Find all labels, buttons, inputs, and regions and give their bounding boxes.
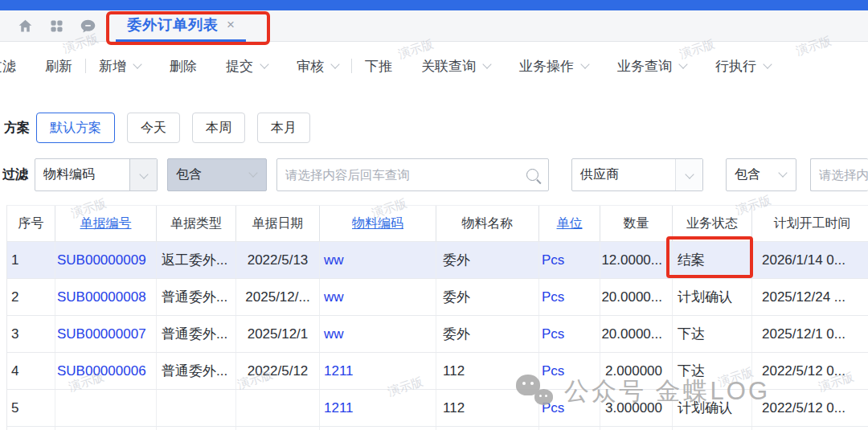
column-header-label: 单据编号 [80, 215, 132, 232]
column-header-单位[interactable]: 单位 [539, 206, 600, 241]
toolbar-button-刷新[interactable]: 刷新 [45, 57, 72, 76]
cell-link[interactable]: Pcs [542, 363, 564, 379]
column-header-序号[interactable]: 序号 [7, 206, 55, 241]
table-cell [539, 427, 600, 430]
cell-link[interactable]: ww [324, 326, 344, 342]
toolbar-button-关联查询[interactable]: 关联查询 [421, 57, 490, 76]
cell-link[interactable]: Pcs [542, 252, 564, 268]
table-cell[interactable]: 1211 [320, 390, 436, 426]
toolbar-button-label: 关联查询 [421, 57, 476, 76]
table-cell[interactable]: ww [320, 242, 436, 278]
cell-text: 计划确认 [678, 288, 732, 306]
filter-field-select-1[interactable]: 物料编码 [35, 158, 158, 191]
filter-input-2-field[interactable] [811, 168, 868, 182]
cell-link[interactable]: 1211 [324, 363, 354, 379]
table-row[interactable]: 51211112Pcs3.000000计划确认2022/5/12 0... [7, 390, 868, 427]
cell-text: 5 [11, 400, 18, 416]
cell-text: 3 [11, 326, 18, 342]
top-blue-bar [0, 0, 868, 10]
table-cell[interactable]: Pcs [539, 279, 600, 315]
toolbar-button-业务查询[interactable]: 业务查询 [617, 57, 686, 76]
apps-grid-icon[interactable] [47, 17, 65, 35]
toolbar-button-提交[interactable]: 提交 [226, 57, 268, 76]
toolbar-button-审核[interactable]: 审核 [297, 57, 338, 76]
column-header-单据编号[interactable]: 单据编号 [55, 206, 157, 241]
chevron-down-icon [133, 59, 141, 68]
cell-link[interactable]: ww [324, 289, 344, 305]
table-row[interactable]: 1SUB00000009返工委外...2022/5/13ww委外Pcs12.00… [7, 242, 868, 279]
filter-label: 过滤 [2, 166, 28, 183]
cell-link[interactable]: SUB00000007 [57, 326, 146, 342]
column-header-单据类型[interactable]: 单据类型 [157, 206, 236, 241]
table-cell[interactable]: Pcs [539, 242, 600, 278]
toolbar-button-过滤[interactable]: 过滤 [0, 57, 16, 76]
column-header-单据日期[interactable]: 单据日期 [236, 206, 320, 241]
filter-input-2[interactable] [810, 158, 868, 191]
scheme-button-默认方案[interactable]: 默认方案 [36, 113, 115, 143]
toolbar-button-下推[interactable]: 下推 [365, 57, 392, 76]
cell-link[interactable]: SUB00000008 [57, 289, 146, 305]
table-cell[interactable]: Pcs [539, 390, 600, 426]
filter-field-1-value: 物料编码 [35, 166, 129, 183]
toolbar-button-label: 下推 [365, 57, 392, 76]
column-header-业务状态[interactable]: 业务状态 [673, 206, 752, 241]
cell-link[interactable]: Pcs [542, 400, 564, 416]
column-header-物料名称[interactable]: 物料名称 [436, 206, 539, 241]
toolbar-separator [351, 59, 352, 73]
column-header-label: 物料编码 [352, 215, 403, 232]
table-cell[interactable]: 1211 [320, 353, 436, 389]
column-header-label: 业务状态 [686, 215, 738, 232]
table-cell[interactable]: SUB00000007 [55, 316, 157, 352]
table-cell[interactable]: SUB00000008 [55, 279, 157, 315]
filter-operator-select-2[interactable]: 包含 [726, 158, 796, 191]
table-cell: 2026/1/14 0... [752, 242, 868, 278]
column-header-label: 计划开工时间 [774, 215, 851, 232]
scheme-button-本周[interactable]: 本周 [192, 113, 245, 143]
cell-text: 2 [11, 289, 18, 305]
table-cell[interactable]: SUB00000006 [55, 353, 157, 389]
table-row[interactable]: 3SUB00000007普通委外...2025/12/1ww委外Pcs20.00… [7, 316, 868, 353]
table-cell: 2025/12/1 [236, 316, 320, 352]
cell-text: 委外 [443, 288, 470, 306]
toolbar-button-删除[interactable]: 删除 [170, 57, 197, 76]
cell-link[interactable]: Pcs [542, 289, 564, 305]
cell-text: 下达 [678, 362, 705, 380]
filter-operator-select-1[interactable]: 包含 [167, 158, 267, 191]
home-icon[interactable] [16, 17, 34, 35]
cell-link[interactable]: Pcs [542, 326, 564, 342]
scheme-button-本月[interactable]: 本月 [257, 113, 310, 143]
chevron-down-icon [260, 59, 268, 68]
table-cell[interactable]: Pcs [539, 316, 600, 352]
toolbar-button-新增[interactable]: 新增 [99, 57, 141, 76]
scheme-button-今天[interactable]: 今天 [127, 113, 180, 143]
table-cell[interactable]: ww [320, 279, 436, 315]
search-input[interactable] [277, 168, 526, 182]
cell-text: 2022/5/12 0... [762, 400, 845, 416]
cell-link[interactable]: ww [324, 252, 344, 268]
table-cell: 2025/12/... [236, 279, 320, 315]
filter-field-2-value: 供应商 [572, 166, 675, 183]
cell-link[interactable]: SUB00000009 [57, 252, 146, 268]
toolbar-button-行执行[interactable]: 行执行 [715, 57, 771, 76]
table-row[interactable]: 2SUB00000008普通委外...2025/12/...ww委外Pcs20.… [7, 279, 868, 316]
column-header-物料编码[interactable]: 物料编码 [320, 206, 436, 241]
toolbar-button-业务操作[interactable]: 业务操作 [519, 57, 588, 76]
tab-outsourcing-order-list[interactable]: 委外订单列表 × [116, 10, 246, 42]
table-header-row: 序号单据编号单据类型单据日期物料编码物料名称单位数量业务状态计划开工时间 [7, 206, 868, 242]
tab-bar: 委外订单列表 × [0, 10, 868, 42]
tab-close-icon[interactable]: × [227, 18, 235, 31]
table-cell: 2022/5/12 0... [752, 353, 868, 389]
filter-search-box-1[interactable] [276, 158, 549, 191]
table-cell[interactable]: SUB00000009 [55, 242, 157, 278]
cell-text: 12.0000... [601, 252, 662, 268]
table-cell: 3 [7, 316, 55, 352]
message-bubble-icon[interactable] [79, 17, 96, 35]
table-cell[interactable]: Pcs [539, 353, 600, 389]
cell-link[interactable]: 1211 [324, 400, 354, 416]
filter-field-select-2[interactable]: 供应商 [571, 158, 703, 191]
column-header-计划开工时间[interactable]: 计划开工时间 [752, 206, 868, 241]
table-row[interactable]: 4SUB00000006普通委外...2022/5/121211112Pcs2.… [7, 353, 868, 390]
table-cell[interactable]: ww [320, 316, 436, 352]
column-header-数量[interactable]: 数量 [600, 206, 673, 241]
cell-link[interactable]: SUB00000006 [57, 363, 146, 379]
